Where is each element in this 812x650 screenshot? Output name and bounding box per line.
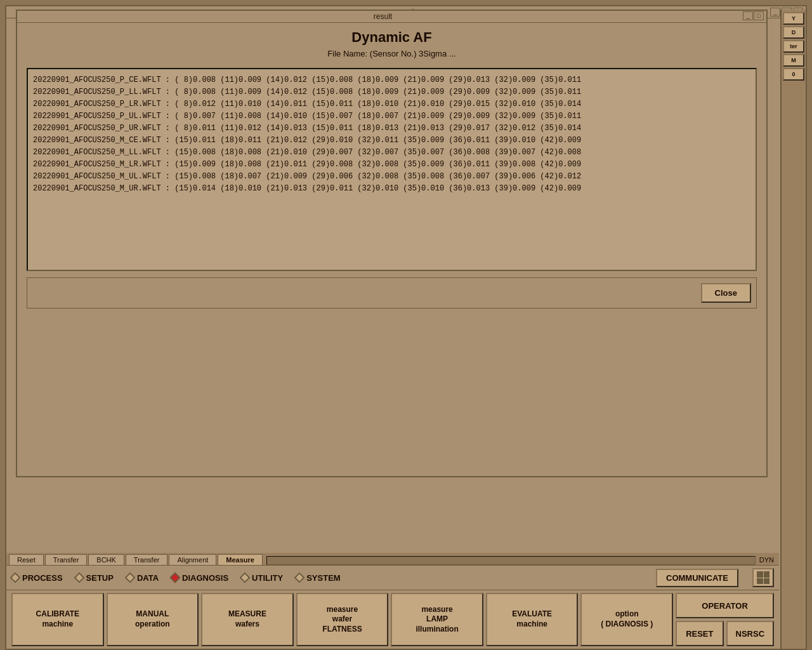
side-y-button[interactable]: Y (783, 12, 804, 25)
nav-system-label: SYSTEM (306, 573, 340, 583)
right-side-panel: Y D ter M 0 (780, 10, 806, 649)
data-row: 20220901_AFOCUS250_M_UR.WFLT : (15)0.014… (33, 183, 750, 194)
nav-diagnosis-label: DIAGNOSIS (182, 573, 228, 583)
data-area: 20220901_AFOCUS250_P_CE.WFLT : ( 8)0.008… (27, 68, 757, 271)
tab-reset[interactable]: Reset (9, 554, 44, 565)
nav-utility[interactable]: UTILITY (241, 573, 283, 583)
nav-system[interactable]: SYSTEM (296, 573, 340, 583)
nav-data-label: DATA (137, 573, 159, 583)
operator-button[interactable]: OPERATOR (676, 593, 774, 618)
action-bar: CALIBRATEmachine MANUALoperation MEASURE… (6, 590, 779, 649)
nav-utility-label: UTILITY (252, 573, 283, 583)
bottom-panel: Reset Transfer BCHK Transfer Alignment M… (6, 553, 779, 649)
nsrsc-button[interactable]: NSRSC (726, 621, 775, 646)
data-row: 20220901_AFOCUS250_P_CE.WFLT : ( 8)0.008… (33, 74, 750, 86)
data-row: 20220901_AFOCUS250_M_LL.WFLT : (15)0.008… (33, 147, 750, 158)
reset-button[interactable]: RESET (676, 621, 724, 646)
nav-process[interactable]: PROCESS (11, 573, 63, 583)
minimize-button[interactable]: _ (770, 8, 780, 17)
side-m-button[interactable]: M (783, 54, 804, 67)
result-dialog: result _ □ Dynamic AF File Name: (Sensor… (16, 10, 768, 477)
nav-diagnosis[interactable]: DIAGNOSIS (171, 573, 228, 583)
nav-setup[interactable]: SETUP (75, 573, 114, 583)
nav-process-label: PROCESS (22, 573, 63, 583)
side-d-button[interactable]: D (783, 26, 804, 39)
result-dialog-title-bar: result _ □ (17, 11, 766, 23)
side-0-button[interactable]: 0 (783, 68, 804, 81)
result-content: Dynamic AF File Name: (Sensor No.) 3Sigm… (17, 23, 766, 318)
dialog-heading: Dynamic AF (27, 29, 757, 46)
evaluate-machine-button[interactable]: EVALUATEmachine (486, 593, 579, 646)
measure-wafer-flatness-button[interactable]: measurewaferFLATNESS (296, 593, 389, 646)
manual-operation-button[interactable]: MANUALoperation (107, 593, 199, 646)
diagnosis-diamond-icon (170, 573, 181, 583)
tab-bchk[interactable]: BCHK (88, 554, 124, 565)
setup-diamond-icon (74, 573, 84, 583)
tab-transfer-1[interactable]: Transfer (45, 554, 88, 565)
main-window: result _ □ × Y D ter M 0 result _ □ Dyna… (5, 5, 807, 650)
utility-diamond-icon (240, 573, 251, 583)
process-diamond-icon (10, 573, 21, 583)
tab-row: Reset Transfer BCHK Transfer Alignment M… (6, 553, 779, 566)
tab-label-right: DYN (757, 555, 776, 565)
tab-progress-bar (266, 556, 756, 565)
measure-lamp-illumination-button[interactable]: measureLAMPillumination (391, 593, 483, 646)
data-row: 20220901_AFOCUS250_M_UL.WFLT : (15)0.008… (33, 171, 750, 182)
data-diamond-icon (124, 573, 135, 583)
communicate-button[interactable]: COMMUNICATE (656, 569, 738, 587)
hmsm-button[interactable] (752, 568, 774, 587)
result-maximize-button[interactable]: □ (754, 11, 764, 20)
option-diagnosis-button[interactable]: option( DIAGNOSIS ) (580, 593, 673, 646)
data-row: 20220901_AFOCUS250_M_CE.WFLT : (15)0.011… (33, 135, 750, 146)
data-row: 20220901_AFOCUS250_M_LR.WFLT : (15)0.009… (33, 159, 750, 170)
result-minimize-button[interactable]: _ (743, 11, 753, 20)
result-title-text: result (374, 12, 392, 21)
dialog-subtitle: File Name: (Sensor No.) 3Sigma ... (27, 49, 757, 58)
nav-setup-label: SETUP (86, 573, 114, 583)
tab-transfer-2[interactable]: Transfer (126, 554, 168, 565)
hmsm-icon (757, 571, 769, 584)
nav-bar: PROCESS SETUP DATA DIAGNOSIS UTILITY SYS… (6, 566, 779, 590)
data-row: 20220901_AFOCUS250_P_LR.WFLT : ( 8)0.012… (33, 98, 750, 110)
result-title-buttons: _ □ (743, 11, 764, 20)
tab-measure[interactable]: Measure (218, 554, 263, 565)
measure-wafers-button[interactable]: MEASUREwafers (201, 593, 294, 646)
tab-alignment[interactable]: Alignment (169, 554, 216, 565)
reset-nsrsc-row: RESET NSRSC (676, 621, 774, 646)
close-area: Close (27, 277, 757, 308)
side-ter-button[interactable]: ter (783, 40, 804, 53)
data-row: 20220901_AFOCUS250_P_LL.WFLT : ( 8)0.008… (33, 86, 750, 98)
system-diamond-icon (294, 573, 305, 583)
data-row: 20220901_AFOCUS250_P_UR.WFLT : ( 8)0.011… (33, 123, 750, 134)
calibrate-machine-button[interactable]: CALIBRATEmachine (11, 593, 104, 646)
right-actions: OPERATOR RESET NSRSC (676, 593, 774, 646)
nav-data[interactable]: DATA (126, 573, 159, 583)
close-button[interactable]: Close (701, 283, 751, 303)
data-row: 20220901_AFOCUS250_P_UL.WFLT : ( 8)0.007… (33, 110, 750, 122)
